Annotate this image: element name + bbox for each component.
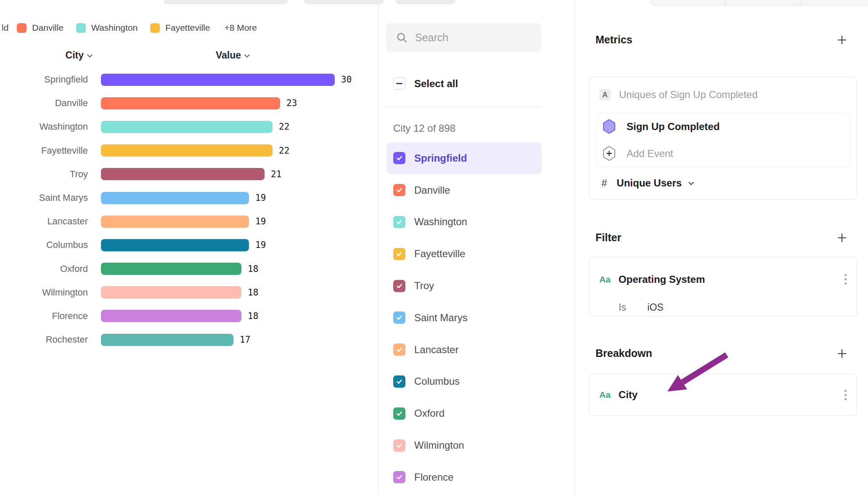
add-event-hexagon-icon [603, 146, 616, 161]
add-breakdown-button[interactable] [836, 348, 848, 359]
breakdown-property: City [619, 389, 638, 401]
city-list-item[interactable]: Danville [386, 174, 542, 206]
bar-category-label: Saint Marys [0, 192, 88, 203]
legend-label: Washington [91, 23, 138, 33]
city-list-item[interactable]: Springfield [386, 142, 542, 174]
select-all-checkbox[interactable] [393, 77, 405, 90]
legend-more-label[interactable]: +8 More [224, 23, 257, 33]
city-checkbox[interactable] [393, 439, 405, 452]
legend-swatch [150, 23, 160, 33]
plus-icon [836, 232, 848, 244]
kebab-menu-icon[interactable] [843, 388, 848, 402]
number-symbol: # [601, 177, 607, 189]
bar[interactable] [101, 144, 273, 157]
legend-item[interactable]: Washington [76, 23, 138, 33]
city-checkbox[interactable] [393, 311, 405, 324]
city-checkbox[interactable] [393, 471, 405, 483]
legend-item[interactable]: Danville [17, 23, 64, 33]
breakdown-title: Breakdown [595, 347, 652, 359]
bar[interactable] [101, 74, 335, 86]
filter-title: Filter [595, 232, 621, 244]
sort-header-value[interactable]: Value [216, 50, 249, 61]
city-checkbox[interactable] [393, 248, 405, 260]
bar-row: Fayetteville 22 [0, 139, 378, 162]
search-input[interactable] [415, 32, 533, 44]
event-row[interactable]: Sign Up Completed [603, 119, 720, 134]
search-box[interactable] [386, 23, 541, 52]
bar-row: Lancaster 19 [0, 210, 378, 233]
bar[interactable] [101, 310, 241, 322]
filter-operator[interactable]: Is [619, 302, 626, 313]
metrics-section-header: Metrics [595, 34, 848, 46]
bar-value-label: 23 [286, 98, 297, 108]
sort-header-city[interactable]: City [0, 50, 92, 61]
add-event-row[interactable]: Add Event [603, 146, 673, 161]
add-event-label: Add Event [627, 148, 673, 160]
bar-category-label: Wilmington [0, 287, 88, 298]
metric-summary: Uniques of Sign Up Completed [619, 89, 758, 101]
plus-icon [836, 34, 848, 46]
city-list-item[interactable]: Columbus [386, 366, 542, 398]
breakdown-property-row[interactable]: Aa City [599, 374, 848, 415]
bar-value-label: 22 [279, 122, 289, 132]
bar-category-label: Springfield [0, 74, 88, 85]
divider [386, 107, 542, 107]
select-all-row[interactable]: Select all [393, 77, 458, 90]
bar-chart-panel: ld Danville Washington Fayetteville +8 M… [0, 0, 378, 495]
metric-summary-row: A Uniques of Sign Up Completed [599, 89, 758, 101]
city-checkbox[interactable] [393, 407, 405, 420]
measure-label: Unique Users [617, 177, 682, 189]
measure-dropdown[interactable]: # Unique Users [601, 177, 693, 189]
city-list-item[interactable]: Saint Marys [386, 302, 542, 334]
city-checkbox[interactable] [393, 152, 405, 164]
city-selector-panel: Select all City 12 of 898 Springfield Da… [378, 0, 575, 495]
bar[interactable] [101, 97, 280, 109]
bar-category-label: Columbus [0, 240, 88, 250]
metric-letter-badge: A [599, 89, 611, 101]
city-list-item[interactable]: Troy [386, 270, 542, 302]
city-list-item[interactable]: Wilmington [386, 429, 542, 461]
city-list-item[interactable]: Washington [386, 206, 542, 238]
clipped-top-fragment [304, 0, 384, 4]
event-group-card: Sign Up Completed Add Event [596, 113, 850, 167]
kebab-menu-icon[interactable] [843, 272, 848, 286]
bar[interactable] [101, 121, 273, 133]
text-type-icon: Aa [599, 390, 611, 400]
check-icon [396, 218, 403, 226]
bar[interactable] [101, 286, 241, 298]
city-checkbox[interactable] [393, 216, 405, 228]
metrics-title: Metrics [595, 34, 632, 46]
check-icon [396, 442, 403, 449]
bar[interactable] [101, 168, 265, 180]
bar-category-label: Oxford [0, 263, 88, 274]
add-metric-button[interactable] [836, 34, 848, 46]
city-list-item[interactable]: Florence [386, 461, 542, 493]
filter-card: Aa Operating System Is iOS [589, 257, 857, 317]
city-checkbox[interactable] [393, 375, 405, 388]
legend-swatch [17, 23, 26, 33]
legend-item[interactable]: Fayetteville [150, 23, 210, 33]
chevron-down-icon [244, 52, 250, 58]
city-list-item[interactable]: Oxford [386, 397, 542, 429]
filter-value[interactable]: iOS [647, 302, 663, 313]
bar-row: Saint Marys 19 [0, 186, 378, 210]
bar-row: Wilmington 18 [0, 281, 378, 304]
bar-value-label: 21 [271, 169, 281, 179]
bar-category-label: Florence [0, 311, 88, 322]
bar[interactable] [101, 239, 249, 251]
city-checkbox[interactable] [393, 343, 405, 356]
bar-row: Springfield 30 [0, 68, 378, 91]
bar-value-label: 18 [248, 264, 258, 274]
add-filter-button[interactable] [836, 232, 848, 244]
city-checkbox[interactable] [393, 184, 405, 196]
bar[interactable] [101, 216, 249, 228]
city-list-item[interactable]: Fayetteville [386, 238, 542, 270]
bar-value-label: 30 [341, 75, 352, 85]
filter-property-row[interactable]: Aa Operating System [599, 272, 848, 286]
city-list-item[interactable]: Lancaster [386, 334, 542, 366]
bar[interactable] [101, 263, 241, 275]
bar[interactable] [101, 334, 233, 346]
city-list: Springfield Danville Washington Fayettev… [386, 142, 542, 493]
city-checkbox[interactable] [393, 280, 405, 292]
bar[interactable] [101, 192, 249, 204]
